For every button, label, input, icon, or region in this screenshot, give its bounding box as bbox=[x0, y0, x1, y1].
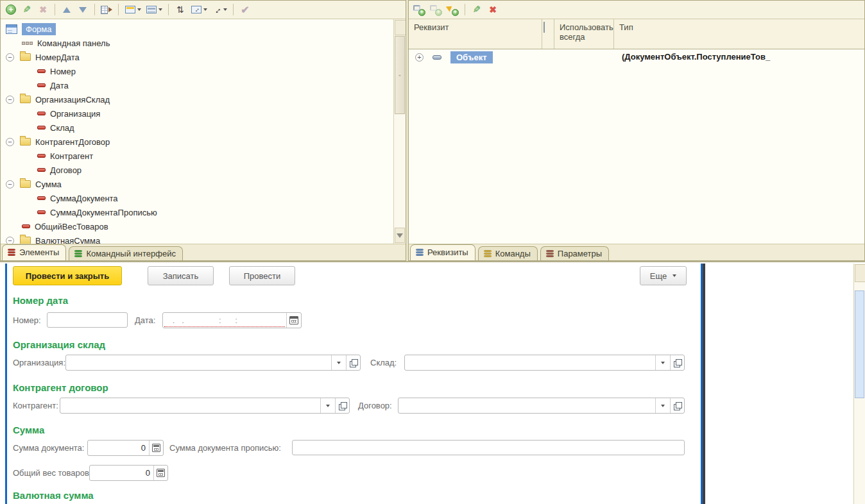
tree-item-attribute[interactable]: Организация bbox=[1, 106, 393, 121]
contractor-input[interactable] bbox=[60, 398, 320, 413]
add-table-column-icon[interactable]: + bbox=[430, 4, 442, 15]
expand-icon[interactable]: + bbox=[415, 53, 424, 62]
date-input[interactable]: . . : : bbox=[162, 312, 302, 328]
contract-field[interactable] bbox=[398, 398, 685, 414]
tab-parameters[interactable]: Параметры bbox=[540, 246, 609, 260]
tree-item-folder[interactable]: − НомерДата bbox=[1, 50, 393, 64]
total-weight-input[interactable] bbox=[90, 466, 153, 480]
tree-item-attribute[interactable]: Контрагент bbox=[1, 149, 393, 163]
open-button[interactable] bbox=[670, 398, 684, 413]
tab-label: Команды bbox=[495, 249, 531, 258]
doc-sum-words-input[interactable] bbox=[292, 440, 685, 455]
scroll-up-button[interactable] bbox=[855, 264, 865, 282]
organization-field[interactable] bbox=[65, 355, 361, 371]
tree-item-form[interactable]: Форма bbox=[1, 22, 393, 36]
column-header-attribute[interactable]: Реквизит bbox=[409, 19, 542, 49]
collapse-icon[interactable]: − bbox=[6, 180, 14, 189]
table-view-icon[interactable] bbox=[101, 4, 112, 15]
column-header-type[interactable]: Тип bbox=[614, 19, 864, 49]
total-weight-field[interactable] bbox=[89, 465, 168, 481]
dropdown-button[interactable] bbox=[320, 398, 335, 413]
doc-sum-label: Сумма документа: bbox=[13, 440, 84, 456]
diagonal-resize-icon[interactable]: ↔ bbox=[212, 4, 227, 15]
command-bar-icon bbox=[22, 42, 33, 45]
chevron-down-icon bbox=[661, 405, 665, 407]
elements-scrollbar[interactable] bbox=[393, 19, 406, 244]
swap-arrows-icon[interactable]: ⇅ bbox=[175, 4, 186, 15]
calendar-button[interactable] bbox=[286, 313, 301, 328]
add-command-icon[interactable]: + bbox=[447, 4, 459, 15]
warehouse-input[interactable] bbox=[405, 355, 655, 370]
dropdown-button[interactable] bbox=[655, 355, 670, 370]
calculator-button[interactable] bbox=[153, 466, 167, 480]
tree-item-attribute[interactable]: Дата bbox=[1, 78, 393, 92]
edit-icon[interactable]: ✎ bbox=[471, 4, 483, 15]
add-attribute-icon[interactable]: + bbox=[413, 4, 425, 15]
warehouse-field[interactable] bbox=[404, 355, 685, 371]
tab-attributes[interactable]: Реквизиты bbox=[410, 244, 475, 260]
elements-toolbar: + ✎ ✖ ⇅ ↔ ↔ ✔ bbox=[1, 1, 406, 19]
open-button[interactable] bbox=[670, 355, 684, 370]
scroll-up-button[interactable] bbox=[395, 20, 406, 35]
column-header-table-icon-cell[interactable] bbox=[542, 19, 554, 49]
collapse-icon[interactable]: − bbox=[6, 96, 14, 104]
tree-item-folder[interactable]: − ВалютнаяСумма bbox=[1, 233, 393, 244]
tree-item-folder[interactable]: − ОрганизацияСклад bbox=[1, 92, 393, 106]
scroll-down-button[interactable] bbox=[395, 228, 405, 243]
more-button[interactable]: Еще bbox=[640, 266, 687, 285]
number-input[interactable] bbox=[47, 312, 128, 328]
tree-item-folder[interactable]: − Сумма bbox=[1, 177, 393, 191]
tree-item-attribute[interactable]: Склад bbox=[1, 121, 393, 135]
attribute-icon bbox=[37, 154, 46, 158]
open-button[interactable] bbox=[346, 355, 360, 370]
tab-elements[interactable]: Элементы bbox=[2, 244, 66, 260]
contractor-field[interactable] bbox=[60, 398, 350, 414]
tree-item-attribute[interactable]: Договор bbox=[1, 163, 393, 177]
tree-item-attribute[interactable]: ОбщийВесТоваров bbox=[1, 219, 393, 233]
monitor-preview-icon[interactable] bbox=[124, 4, 141, 15]
post-and-close-button[interactable]: Провести и закрыть bbox=[13, 266, 122, 285]
tree-item-attribute[interactable]: СуммаДокумента bbox=[1, 191, 393, 205]
post-button[interactable]: Провести bbox=[229, 266, 295, 285]
form-scrollbar[interactable] bbox=[853, 264, 865, 504]
add-icon[interactable]: + bbox=[5, 4, 17, 15]
write-button[interactable]: Записать bbox=[148, 266, 214, 285]
scrollbar-thumb[interactable] bbox=[395, 36, 405, 114]
contract-input[interactable] bbox=[398, 398, 655, 413]
delete-icon[interactable]: ✖ bbox=[487, 4, 499, 15]
tree-item-attribute[interactable]: Номер bbox=[1, 64, 393, 78]
contractor-label: Контрагент: bbox=[13, 398, 58, 414]
column-header-use-always[interactable]: Использовать всегда bbox=[554, 19, 614, 49]
folder-icon bbox=[20, 138, 31, 146]
open-button[interactable] bbox=[335, 398, 349, 413]
monitor-layout-icon[interactable] bbox=[146, 4, 162, 15]
attribute-row-object[interactable]: + Объект (ДокументОбъект.ПоступлениеТов_ bbox=[409, 49, 864, 65]
collapse-icon[interactable]: − bbox=[6, 237, 14, 245]
doc-sum-input[interactable] bbox=[88, 441, 149, 455]
elements-tabbar: Элементы Командный интерфейс bbox=[1, 244, 406, 260]
organization-input[interactable] bbox=[66, 355, 331, 370]
edit-icon[interactable]: ✎ bbox=[21, 4, 33, 15]
collapse-icon[interactable]: − bbox=[6, 53, 14, 62]
attribute-icon bbox=[37, 69, 46, 73]
tree-item-attribute[interactable]: СуммаДокументаПрописью bbox=[1, 205, 393, 219]
number-label: Номер: bbox=[13, 312, 41, 328]
dropdown-button[interactable] bbox=[655, 398, 670, 413]
move-down-icon[interactable] bbox=[77, 4, 89, 15]
checkmark-icon[interactable]: ✔ bbox=[239, 4, 251, 15]
collapse-icon[interactable]: − bbox=[6, 138, 14, 146]
dropdown-button[interactable] bbox=[331, 355, 346, 370]
elements-tab-icon bbox=[8, 249, 15, 256]
tab-commands[interactable]: Команды bbox=[478, 246, 538, 260]
tab-command-interface[interactable]: Командный интерфейс bbox=[69, 246, 183, 260]
doc-sum-field[interactable] bbox=[87, 440, 164, 456]
monitor-scale-icon[interactable]: ↔ bbox=[191, 4, 207, 15]
move-up-icon[interactable] bbox=[61, 4, 73, 15]
scrollbar-thumb[interactable] bbox=[855, 290, 864, 398]
delete-icon[interactable]: ✖ bbox=[37, 4, 49, 15]
attributes-toolbar: + + + ✎ ✖ bbox=[409, 1, 864, 19]
attribute-icon bbox=[37, 83, 46, 87]
tree-item-command-bar[interactable]: Командная панель bbox=[1, 36, 393, 50]
calculator-button[interactable] bbox=[149, 441, 163, 455]
tree-item-folder[interactable]: − КонтрагентДоговор bbox=[1, 135, 393, 149]
